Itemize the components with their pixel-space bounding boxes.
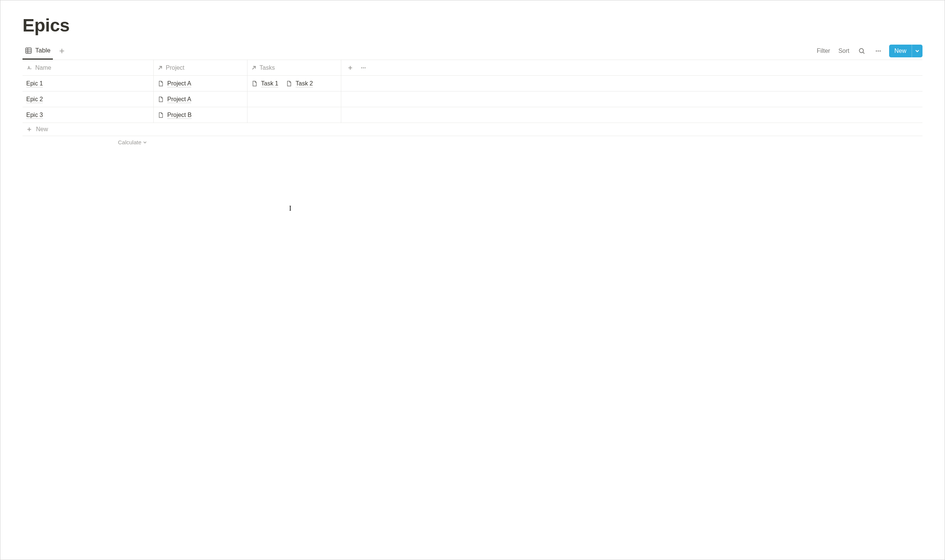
task-label: Task 1: [261, 80, 278, 87]
relation-icon: [251, 65, 256, 71]
calculate-button[interactable]: Calculate: [23, 139, 154, 145]
epic-name[interactable]: Epic 1: [26, 80, 43, 87]
cell-tasks[interactable]: Task 1Task 2: [248, 76, 341, 91]
svg-point-17: [361, 67, 362, 68]
column-more-button[interactable]: [360, 65, 367, 71]
column-extra: [341, 60, 922, 75]
svg-point-19: [364, 67, 365, 68]
chevron-down-icon: [143, 140, 147, 144]
project-label: Project A: [167, 96, 191, 103]
relation-icon: [157, 65, 163, 71]
svg-point-6: [859, 49, 863, 53]
epics-table: Name Project Tasks: [23, 60, 922, 136]
page-title[interactable]: Epics: [23, 15, 922, 35]
column-name-label: Name: [35, 65, 51, 71]
text-property-icon: [26, 65, 32, 71]
table-icon: [25, 47, 32, 54]
task-chip[interactable]: Task 1: [251, 80, 278, 87]
add-row-button[interactable]: New: [23, 123, 922, 136]
column-project-label: Project: [166, 65, 185, 71]
column-project[interactable]: Project: [154, 60, 248, 75]
tab-table[interactable]: Table: [23, 42, 53, 60]
svg-point-10: [879, 50, 880, 51]
project-chip[interactable]: Project A: [157, 96, 191, 103]
cell-project[interactable]: Project A: [154, 76, 248, 91]
cell-name[interactable]: Epic 2: [23, 91, 154, 107]
cell-name[interactable]: Epic 1: [23, 76, 154, 91]
add-view-button[interactable]: [57, 46, 67, 56]
cell-name[interactable]: Epic 3: [23, 107, 154, 123]
epic-name[interactable]: Epic 2: [26, 96, 43, 103]
page-icon: [157, 80, 164, 87]
page-icon: [157, 96, 164, 103]
task-chip[interactable]: Task 2: [286, 80, 313, 87]
column-name[interactable]: Name: [23, 60, 154, 75]
new-button-dropdown[interactable]: [912, 45, 922, 57]
cell-extra[interactable]: [341, 107, 922, 123]
page-icon: [286, 80, 293, 87]
table-header: Name Project Tasks: [23, 60, 922, 76]
svg-point-18: [363, 67, 364, 68]
tabs: Table: [23, 42, 67, 60]
svg-point-8: [876, 50, 877, 51]
cell-extra[interactable]: [341, 91, 922, 107]
epic-name[interactable]: Epic 3: [26, 112, 43, 118]
add-column-button[interactable]: [347, 65, 353, 71]
project-chip[interactable]: Project A: [157, 80, 191, 87]
right-controls: Filter Sort New: [815, 45, 922, 57]
filter-button[interactable]: Filter: [815, 47, 832, 55]
new-button-main[interactable]: New: [889, 45, 912, 57]
page-icon: [251, 80, 258, 87]
calculate-row: Calculate: [23, 136, 922, 148]
cell-tasks[interactable]: [248, 107, 341, 123]
sort-button[interactable]: Sort: [837, 47, 851, 55]
svg-point-9: [877, 50, 879, 51]
cell-tasks[interactable]: [248, 91, 341, 107]
table-row: Epic 3Project B: [23, 107, 922, 123]
project-chip[interactable]: Project B: [157, 112, 192, 118]
svg-rect-0: [26, 48, 31, 53]
page-icon: [157, 112, 164, 118]
cell-project[interactable]: Project B: [154, 107, 248, 123]
svg-line-13: [159, 66, 162, 69]
table-row: Epic 1Project ATask 1Task 2: [23, 76, 922, 91]
column-tasks[interactable]: Tasks: [248, 60, 341, 75]
tab-table-label: Table: [35, 47, 51, 54]
task-label: Task 2: [296, 80, 313, 87]
cell-project[interactable]: Project A: [154, 91, 248, 107]
new-button: New: [889, 45, 922, 57]
search-button[interactable]: [856, 45, 867, 57]
svg-line-7: [863, 52, 864, 54]
project-label: Project B: [167, 112, 192, 118]
project-label: Project A: [167, 80, 191, 87]
calculate-label: Calculate: [118, 139, 141, 145]
view-controls: Table Filter Sort New: [23, 42, 922, 60]
cell-extra[interactable]: [341, 76, 922, 91]
plus-icon: [26, 126, 32, 132]
more-button[interactable]: [873, 45, 884, 57]
add-row-label: New: [36, 126, 48, 133]
column-tasks-label: Tasks: [259, 65, 275, 71]
table-row: Epic 2Project A: [23, 91, 922, 107]
svg-line-14: [252, 66, 255, 69]
